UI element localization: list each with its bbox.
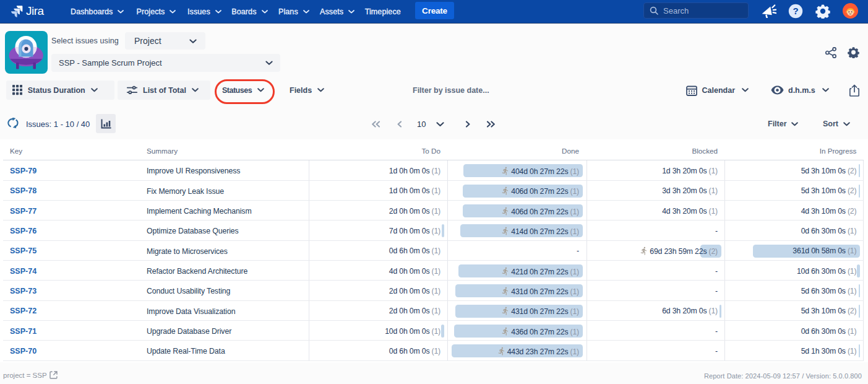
svg-text:?: ? — [793, 6, 798, 16]
